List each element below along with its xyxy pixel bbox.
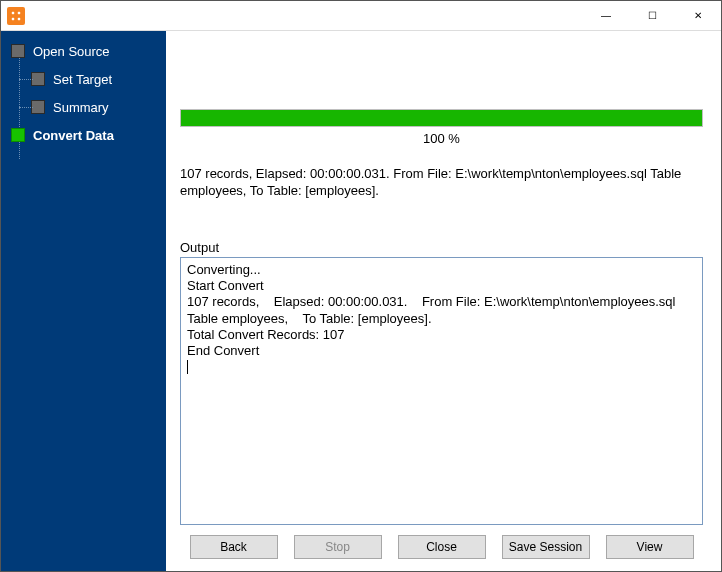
view-button[interactable]: View <box>606 535 694 559</box>
wizard-step-summary[interactable]: Summary <box>1 93 166 121</box>
step-box-icon <box>31 72 45 86</box>
wizard-step-set-target[interactable]: Set Target <box>1 65 166 93</box>
progress-bar <box>180 109 703 127</box>
step-label: Convert Data <box>33 128 114 143</box>
app-icon <box>7 7 25 25</box>
app-window: — ☐ ✕ Open Source Set Target Summary <box>0 0 722 572</box>
main-panel: 100 % 107 records, Elapsed: 00:00:00.031… <box>166 31 721 571</box>
back-button[interactable]: Back <box>190 535 278 559</box>
close-button[interactable]: Close <box>398 535 486 559</box>
stop-button: Stop <box>294 535 382 559</box>
status-text: 107 records, Elapsed: 00:00:00.031. From… <box>180 166 703 200</box>
progress-percent-label: 100 % <box>180 131 703 146</box>
output-label: Output <box>180 240 703 255</box>
step-label: Open Source <box>33 44 110 59</box>
progress-fill <box>181 110 702 126</box>
step-box-icon <box>11 44 25 58</box>
step-label: Summary <box>53 100 109 115</box>
step-label: Set Target <box>53 72 112 87</box>
wizard-step-open-source[interactable]: Open Source <box>1 37 166 65</box>
text-caret <box>187 360 188 374</box>
button-row: Back Stop Close Save Session View <box>180 525 703 563</box>
save-session-button[interactable]: Save Session <box>502 535 590 559</box>
window-maximize-button[interactable]: ☐ <box>629 1 675 31</box>
step-box-icon <box>11 128 25 142</box>
output-content: Converting... Start Convert 107 records,… <box>187 262 679 358</box>
wizard-step-convert-data[interactable]: Convert Data <box>1 121 166 149</box>
window-minimize-button[interactable]: — <box>583 1 629 31</box>
output-textarea[interactable]: Converting... Start Convert 107 records,… <box>180 257 703 525</box>
window-close-button[interactable]: ✕ <box>675 1 721 31</box>
wizard-sidebar: Open Source Set Target Summary Convert D… <box>1 31 166 571</box>
titlebar: — ☐ ✕ <box>1 1 721 31</box>
step-box-icon <box>31 100 45 114</box>
